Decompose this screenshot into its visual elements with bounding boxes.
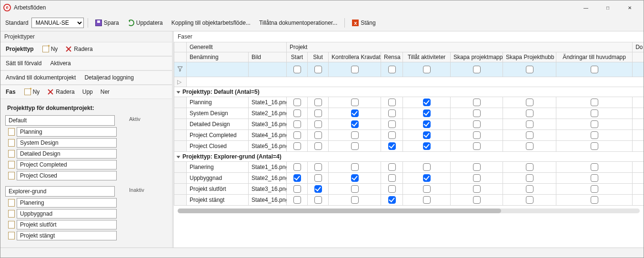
checkbox[interactable] xyxy=(314,174,322,182)
move-up-button[interactable]: Upp xyxy=(79,86,96,98)
cell-kontrollera[interactable] xyxy=(329,108,381,119)
cell-start[interactable] xyxy=(287,162,308,173)
checkbox[interactable] xyxy=(473,185,481,193)
cell-slut[interactable] xyxy=(308,97,329,108)
delete-phase-button[interactable]: Radera xyxy=(44,86,78,98)
checkbox[interactable] xyxy=(388,185,396,193)
cell-name[interactable]: Planning xyxy=(187,97,249,108)
col-name[interactable]: Benämning xyxy=(187,52,249,62)
grid-filter-row[interactable] xyxy=(174,62,644,77)
checkbox[interactable] xyxy=(526,99,533,106)
filter-slut[interactable] xyxy=(308,62,329,77)
projekttyp-button[interactable]: Projekttyp xyxy=(2,43,37,55)
fas-button[interactable]: Fas xyxy=(2,86,19,98)
cell-tillat[interactable] xyxy=(403,173,451,184)
checkbox[interactable] xyxy=(351,196,359,204)
filter-sp[interactable] xyxy=(451,62,503,77)
set-default-button[interactable]: Sätt till förvald xyxy=(2,57,45,69)
checkbox[interactable] xyxy=(314,99,322,106)
cell-tillat[interactable] xyxy=(403,141,451,152)
cell-rensa[interactable] xyxy=(381,108,403,119)
phase-name-input[interactable]: Uppbyggnad xyxy=(17,209,117,218)
checkbox[interactable] xyxy=(314,185,322,193)
checkbox[interactable] xyxy=(591,131,598,139)
checkbox[interactable] xyxy=(591,174,598,182)
cell-andringar[interactable] xyxy=(556,130,633,141)
phase-name-input[interactable]: Project Completed xyxy=(17,160,117,169)
checkbox[interactable] xyxy=(473,109,481,117)
checkbox[interactable] xyxy=(591,99,598,106)
cell-slut[interactable] xyxy=(308,141,329,152)
checkbox[interactable] xyxy=(473,120,481,128)
checkbox[interactable] xyxy=(388,131,396,139)
checkbox[interactable] xyxy=(314,142,322,150)
cell-andringar[interactable] xyxy=(556,162,633,173)
checkbox[interactable] xyxy=(388,196,396,204)
cell-name[interactable]: Detailed Design xyxy=(187,119,249,130)
cell-slut[interactable] xyxy=(308,119,329,130)
checkbox[interactable] xyxy=(314,109,322,117)
filter-icon[interactable] xyxy=(174,62,187,77)
grid-data-row[interactable]: Detailed DesignState3_16.png xyxy=(174,119,644,130)
cell-skapahubb[interactable] xyxy=(503,119,556,130)
delete-type-button[interactable]: Radera xyxy=(62,43,96,55)
cell-start[interactable] xyxy=(287,108,308,119)
cell-andringar[interactable] xyxy=(556,173,633,184)
phase-name-input[interactable]: System Design xyxy=(17,138,117,148)
col-skapahubb[interactable]: Skapa Projekthubb xyxy=(503,52,556,62)
detailed-logging-button[interactable]: Detaljerad loggning xyxy=(81,71,137,84)
checkbox[interactable] xyxy=(351,99,359,106)
cell-tillat[interactable] xyxy=(403,195,451,206)
cell-kontrollera[interactable] xyxy=(329,162,381,173)
checkbox[interactable] xyxy=(314,196,322,204)
cell-skapamapp[interactable] xyxy=(451,141,503,152)
checkbox[interactable] xyxy=(423,185,431,193)
window-close-button[interactable]: ✕ xyxy=(619,0,641,15)
col-start[interactable]: Start xyxy=(287,52,308,62)
checkbox[interactable] xyxy=(388,120,396,128)
checkbox[interactable] xyxy=(423,196,431,204)
checkbox[interactable] xyxy=(591,142,598,150)
phase-name-input[interactable]: Projekt stängt xyxy=(17,231,117,240)
cell-slut[interactable] xyxy=(308,108,329,119)
checkbox[interactable] xyxy=(591,185,598,193)
window-maximize-button[interactable]: □ xyxy=(597,0,619,15)
save-button[interactable]: Spara xyxy=(92,17,122,29)
filter-ta[interactable] xyxy=(403,62,451,77)
checkbox[interactable] xyxy=(293,120,301,128)
col-skapamapp[interactable]: Skapa projektmapp xyxy=(451,52,503,62)
checkbox[interactable] xyxy=(351,174,359,182)
activate-button[interactable]: Aktivera xyxy=(47,57,74,69)
cell-name[interactable]: Projekt slutfört xyxy=(187,184,249,195)
cell-rensa[interactable] xyxy=(381,130,403,141)
grid-expander[interactable]: ▷ xyxy=(174,77,187,87)
grid-group-row[interactable]: Projekttyp: Explorer-grund (Antal=4) xyxy=(174,152,644,162)
grid-data-row[interactable]: Projekt stängtState4_16.png xyxy=(174,195,644,206)
checkbox[interactable] xyxy=(423,142,431,150)
cell-kontrollera[interactable] xyxy=(329,173,381,184)
cell-image[interactable]: State4_16.png xyxy=(249,195,287,206)
cell-image[interactable]: State1_16.png xyxy=(249,162,287,173)
checkbox[interactable] xyxy=(473,142,481,150)
cell-skapamapp[interactable] xyxy=(451,108,503,119)
cell-skapahubb[interactable] xyxy=(503,173,556,184)
filter-start[interactable] xyxy=(287,62,308,77)
checkbox[interactable] xyxy=(351,109,359,117)
checkbox[interactable] xyxy=(591,163,598,171)
checkbox[interactable] xyxy=(526,142,533,150)
filter-rensa[interactable] xyxy=(381,62,403,77)
cell-tillat[interactable] xyxy=(403,97,451,108)
cell-slut[interactable] xyxy=(308,173,329,184)
phase-name-input[interactable]: Planning xyxy=(17,127,117,137)
grid-data-row[interactable]: Project ClosedState5_16.png xyxy=(174,141,644,152)
cell-skapamapp[interactable] xyxy=(451,195,503,206)
cell-skapahubb[interactable] xyxy=(503,184,556,195)
cell-tillat[interactable] xyxy=(403,119,451,130)
checkbox[interactable] xyxy=(351,131,359,139)
checkbox[interactable] xyxy=(314,163,322,171)
cell-tillat[interactable] xyxy=(403,184,451,195)
cell-rensa[interactable] xyxy=(381,195,403,206)
cell-skapahubb[interactable] xyxy=(503,162,556,173)
cell-andringar[interactable] xyxy=(556,97,633,108)
cell-rensa[interactable] xyxy=(381,141,403,152)
